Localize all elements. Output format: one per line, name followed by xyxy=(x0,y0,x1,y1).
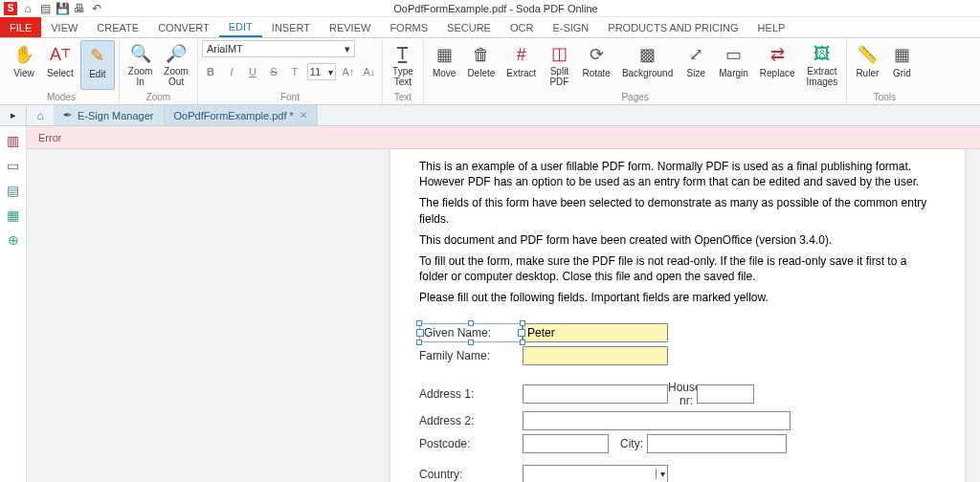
house-nr-label: House nr: xyxy=(668,381,697,407)
underline-button[interactable]: U xyxy=(244,63,261,80)
italic-button[interactable]: I xyxy=(223,63,240,80)
menu-products[interactable]: PRODUCTS AND PRICING xyxy=(598,17,747,37)
work-area: ▥ ▭ ▤ ▦ ⊕ Error This is an example of a … xyxy=(0,126,980,482)
group-label-pages: Pages xyxy=(428,91,842,104)
move-icon: ▦ xyxy=(433,43,456,66)
grid-icon: ▦ xyxy=(890,43,913,66)
menu-review[interactable]: REVIEW xyxy=(320,17,380,37)
print-icon[interactable]: 🖶 xyxy=(73,2,86,15)
font-grow-button[interactable]: A↑ xyxy=(340,63,357,80)
country-label: Country: xyxy=(419,468,523,481)
menu-insert[interactable]: INSERT xyxy=(262,17,320,37)
size-button[interactable]: ⤢Size xyxy=(679,40,712,90)
zoom-in-icon: 🔍 xyxy=(129,43,152,64)
save-icon[interactable]: 💾 xyxy=(56,2,69,15)
menu-edit[interactable]: EDIT xyxy=(219,17,262,37)
rotate-button[interactable]: ⟳Rotate xyxy=(577,40,614,90)
tab-home-icon[interactable]: ⌂ xyxy=(27,105,54,125)
menu-convert[interactable]: CONVERT xyxy=(148,17,219,37)
image-icon: 🖼 xyxy=(811,43,834,64)
selected-text-block[interactable]: Given Name: xyxy=(419,323,523,342)
city-label: City: xyxy=(609,437,647,450)
extract-images-button[interactable]: 🖼Extract Images xyxy=(802,40,843,90)
expand-left-icon[interactable]: ▸ xyxy=(0,105,27,125)
view-mode-button[interactable]: ✋View xyxy=(8,40,40,90)
attachments-icon[interactable]: ▦ xyxy=(5,207,22,224)
menu-view[interactable]: VIEW xyxy=(41,17,87,37)
delete-button[interactable]: 🗑Delete xyxy=(462,40,500,90)
trash-icon: 🗑 xyxy=(470,43,493,66)
document-tabs: ▸ ⌂ ✒E-Sign Manager OoPdfFormExample.pdf… xyxy=(0,105,980,126)
tab-esign-manager[interactable]: ✒E-Sign Manager xyxy=(54,105,165,125)
ruler-button[interactable]: 📏Ruler xyxy=(851,40,883,90)
postcode-label: Postcode: xyxy=(419,437,523,450)
home-icon[interactable]: ⌂ xyxy=(21,2,34,15)
replace-button[interactable]: ⇄Replace xyxy=(755,40,800,90)
postcode-field[interactable] xyxy=(523,434,609,453)
quick-access: S ⌂ ▤ 💾 🖶 ↶ xyxy=(0,2,107,15)
ruler-icon: 📏 xyxy=(856,43,879,66)
given-name-field[interactable] xyxy=(523,323,668,342)
family-name-label: Family Name: xyxy=(419,349,523,362)
menu-bar: FILE VIEW CREATE CONVERT EDIT INSERT REV… xyxy=(0,17,980,38)
thumbnails-icon[interactable]: ▥ xyxy=(5,132,22,149)
move-button[interactable]: ▦Move xyxy=(428,40,460,90)
margin-icon: ▭ xyxy=(723,43,746,66)
tab-document[interactable]: OoPdfFormExample.pdf *✕ xyxy=(165,105,318,125)
error-bar: Error xyxy=(27,126,980,149)
city-field[interactable] xyxy=(647,434,787,453)
document-canvas[interactable]: This is an example of a user fillable PD… xyxy=(27,149,980,482)
font-shrink-button[interactable]: A↓ xyxy=(361,63,378,80)
select-mode-button[interactable]: A⸆Select xyxy=(42,40,78,90)
pen-icon: ✒ xyxy=(63,109,72,121)
security-icon[interactable]: ⊕ xyxy=(5,231,22,249)
group-label-font: Font xyxy=(202,91,378,104)
menu-secure[interactable]: SECURE xyxy=(437,17,501,37)
menu-help[interactable]: HELP xyxy=(748,17,795,37)
font-select[interactable]: ArialMT▾ xyxy=(202,40,355,57)
group-label-modes: Modes xyxy=(8,91,115,104)
grid-button[interactable]: ▦Grid xyxy=(885,40,918,90)
doc-paragraph: This document and PDF form have been cre… xyxy=(419,232,936,248)
zoom-out-icon: 🔎 xyxy=(165,43,188,64)
split-pdf-button[interactable]: ◫Split PDF xyxy=(543,40,575,90)
split-icon: ◫ xyxy=(547,43,570,64)
close-tab-icon[interactable]: ✕ xyxy=(300,110,307,120)
address1-field[interactable] xyxy=(523,384,668,404)
font-size-select[interactable]: 11▾ xyxy=(307,63,336,80)
house-nr-field[interactable] xyxy=(697,384,754,404)
extract-button[interactable]: #Extract xyxy=(501,40,541,90)
menu-esign[interactable]: E-SIGN xyxy=(543,17,598,37)
layers-icon[interactable]: ▤ xyxy=(5,182,22,199)
bookmarks-icon[interactable]: ▭ xyxy=(5,157,22,174)
size-icon: ⤢ xyxy=(684,43,707,66)
undo-icon[interactable]: ↶ xyxy=(90,2,103,15)
edit-mode-button[interactable]: ✎Edit xyxy=(80,40,115,90)
type-text-button[interactable]: T̲Type Text xyxy=(387,40,419,90)
hand-icon: ✋ xyxy=(12,43,35,66)
family-name-field[interactable] xyxy=(523,346,668,365)
background-button[interactable]: ▩Background xyxy=(617,40,678,90)
menu-create[interactable]: CREATE xyxy=(87,17,148,37)
new-icon[interactable]: ▤ xyxy=(38,2,52,15)
chevron-down-icon: ▾ xyxy=(345,43,350,55)
replace-icon: ⇄ xyxy=(766,43,789,66)
doc-paragraph: To fill out the form, make sure the PDF … xyxy=(419,253,936,284)
menu-file[interactable]: FILE xyxy=(0,17,41,37)
pdf-page: This is an example of a user fillable PD… xyxy=(390,149,965,482)
doc-paragraph: This is an example of a user fillable PD… xyxy=(419,159,936,189)
extract-icon: # xyxy=(510,43,533,66)
address2-field[interactable] xyxy=(523,411,791,430)
margin-button[interactable]: ▭Margin xyxy=(714,40,753,90)
zoom-in-button[interactable]: 🔍Zoom In xyxy=(123,40,158,90)
text-format-button[interactable]: T xyxy=(286,63,303,80)
bold-button[interactable]: B xyxy=(202,63,219,80)
country-select[interactable]: ▾ xyxy=(523,465,668,482)
zoom-out-button[interactable]: 🔎Zoom Out xyxy=(159,40,193,90)
doc-paragraph: Please fill out the following fields. Im… xyxy=(419,290,936,305)
strike-button[interactable]: S xyxy=(265,63,282,80)
chevron-down-icon: ▾ xyxy=(656,469,665,479)
select-icon: A⸆ xyxy=(49,43,72,66)
menu-forms[interactable]: FORMS xyxy=(380,17,437,37)
menu-ocr[interactable]: OCR xyxy=(501,17,543,37)
